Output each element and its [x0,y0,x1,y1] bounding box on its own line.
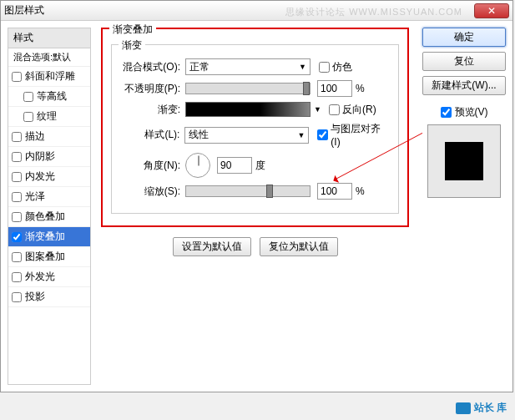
sidebar-item-check[interactable] [12,152,22,162]
angle-label: 角度(N): [120,159,185,173]
sidebar-item[interactable]: 外发光 [8,267,90,287]
set-default-button[interactable]: 设置为默认值 [173,237,251,256]
sidebar-item[interactable]: 颜色叠加 [8,207,90,227]
sidebar-item-check[interactable] [12,132,22,142]
sidebar-item[interactable]: 光泽 [8,187,90,207]
sidebar-header[interactable]: 样式 [8,28,90,48]
chevron-down-icon: ▼ [299,63,306,71]
sidebar-item-label: 渐变叠加 [25,230,65,244]
preview-check[interactable] [441,107,452,118]
opacity-input[interactable] [317,80,352,97]
style-select[interactable]: 线性 ▼ [184,127,309,144]
gradient-overlay-group: 渐变叠加 渐变 混合模式(O): 正常 ▼ 仿色 [101,28,409,227]
preview-label: 预览(V) [455,105,488,119]
scale-pct: % [356,185,365,197]
ok-button[interactable]: 确定 [422,28,506,47]
group-title: 渐变叠加 [109,23,156,37]
chevron-down-icon[interactable]: ▼ [314,105,321,114]
preview-box [427,124,501,198]
footer-text: 站长 库 [474,401,507,415]
sidebar-item[interactable]: 等高线 [8,87,90,107]
blend-mode-label: 混合模式(O): [120,60,185,74]
sidebar-item-label: 颜色叠加 [25,210,65,224]
close-button[interactable]: ✕ [474,3,509,18]
blend-mode-value: 正常 [189,60,210,74]
sidebar-item[interactable]: 内发光 [8,167,90,187]
dither-check[interactable] [319,62,330,73]
close-icon: ✕ [487,5,496,17]
sidebar-item-label: 描边 [25,129,45,144]
sidebar-item-check[interactable] [12,72,22,82]
scale-input[interactable] [317,183,352,200]
scale-label: 缩放(S): [120,185,185,199]
sidebar-item[interactable]: 内阴影 [8,147,90,167]
gradient-picker[interactable]: ▼ [185,102,311,117]
preview-checkbox[interactable]: 预览(V) [422,105,506,119]
sidebar-item[interactable]: 斜面和浮雕 [8,67,90,87]
sidebar-item-label: 纹理 [37,109,57,124]
dialog-body: 样式 混合选项:默认 斜面和浮雕等高线纹理描边内阴影内发光光泽颜色叠加渐变叠加图… [1,21,512,392]
opacity-slider[interactable] [185,83,311,94]
blend-mode-select[interactable]: 正常 ▼ [185,58,311,75]
sidebar-item-label: 等高线 [37,89,67,104]
opacity-label: 不透明度(P): [120,82,185,96]
sidebar-item-check[interactable] [12,252,22,262]
sidebar-item-label: 外发光 [25,270,55,284]
reverse-check[interactable] [329,104,340,115]
sidebar-item-label: 内发光 [25,170,55,184]
scale-slider[interactable] [185,185,311,197]
dither-checkbox[interactable]: 仿色 [319,60,352,74]
layer-style-dialog: 图层样式 思缘设计论坛 WWW.MISSYUAN.COM ✕ 样式 混合选项:默… [0,0,513,392]
align-checkbox[interactable]: 与图层对齐(I) [317,122,390,148]
gradient-subgroup: 渐变 混合模式(O): 正常 ▼ 仿色 不透明度(P): [111,44,399,214]
opacity-pct: % [356,83,365,94]
styles-sidebar: 样式 混合选项:默认 斜面和浮雕等高线纹理描边内阴影内发光光泽颜色叠加渐变叠加图… [8,28,91,385]
sidebar-item-label: 光泽 [25,190,45,204]
sidebar-item-label: 图案叠加 [25,250,65,264]
sidebar-item-check[interactable] [12,172,22,182]
sidebar-item-check[interactable] [23,112,33,122]
reset-button[interactable]: 复位 [422,52,506,71]
sidebar-item-check[interactable] [23,92,33,102]
sidebar-item[interactable]: 描边 [8,127,90,147]
titlebar: 图层样式 思缘设计论坛 WWW.MISSYUAN.COM ✕ [1,1,512,21]
subgroup-title: 渐变 [119,38,145,53]
align-label: 与图层对齐(I) [331,122,390,148]
sidebar-item[interactable]: 投影 [8,287,90,307]
style-label: 样式(L): [120,128,184,142]
dither-label: 仿色 [332,60,352,74]
sidebar-item-check[interactable] [12,192,22,202]
sidebar-item-check[interactable] [12,232,22,242]
logo-icon [456,402,471,414]
chevron-down-icon: ▼ [297,131,305,139]
new-style-button[interactable]: 新建样式(W)... [422,76,506,95]
reverse-checkbox[interactable]: 反向(R) [329,103,376,117]
preview-swatch [445,142,483,180]
align-check[interactable] [317,129,328,140]
sidebar-item-label: 投影 [25,290,45,304]
sidebar-item[interactable]: 图案叠加 [8,247,90,267]
style-value: 线性 [189,128,209,142]
sidebar-item-label: 斜面和浮雕 [25,69,75,83]
angle-unit: 度 [255,159,265,173]
reverse-label: 反向(R) [342,103,376,117]
angle-input[interactable] [217,157,252,174]
main-panel: 渐变叠加 渐变 混合模式(O): 正常 ▼ 仿色 [94,21,416,392]
sidebar-item[interactable]: 纹理 [8,107,90,127]
sidebar-item-check[interactable] [12,292,22,302]
angle-dial[interactable] [185,153,210,178]
gradient-label: 渐变: [120,103,185,117]
sidebar-item-check[interactable] [12,272,22,282]
sidebar-item-label: 内阴影 [25,149,55,164]
reset-default-button[interactable]: 复位为默认值 [260,237,338,256]
sidebar-item[interactable]: 渐变叠加 [8,227,90,247]
right-panel: 确定 复位 新建样式(W)... 预览(V) [416,21,512,392]
sidebar-blend-options[interactable]: 混合选项:默认 [8,48,90,67]
footer-logo: 站长 库 [456,401,507,415]
sidebar-item-check[interactable] [12,212,22,222]
watermark-text: 思缘设计论坛 WWW.MISSYUAN.COM [285,6,462,18]
